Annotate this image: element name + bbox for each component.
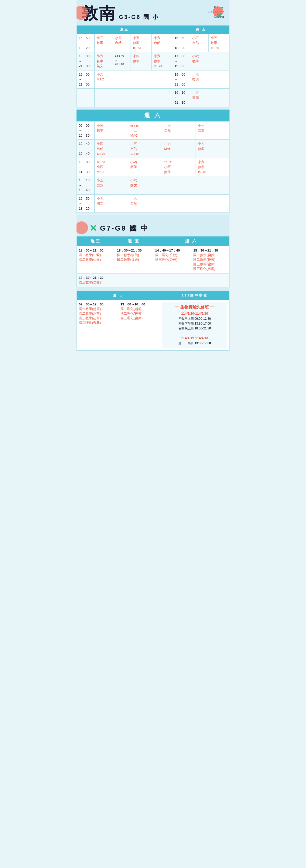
sunday-time1: 09：00～12：00 xyxy=(79,302,116,307)
g7g9-x-icon: ✕ xyxy=(89,223,97,234)
jhs-sat2-cell: 18：30～21：30 國一數學(復興)國二數學(復興)國三數學(復興)國三理化… xyxy=(191,246,230,274)
course-cell: 小六自然 xyxy=(128,194,162,213)
sunday-courses1: 國一數學(超前)國二數學(超前)國三數學(超前)國二理化(復興) xyxy=(79,307,116,325)
jhs-wed-header: 週三 xyxy=(77,237,115,246)
sunday-header: 週 日 xyxy=(77,291,160,300)
time-cell xyxy=(77,89,95,107)
title-sub: G3-G6 國 小 xyxy=(119,13,159,21)
jhs-time: 18：30～21：30 xyxy=(117,248,151,253)
course-cell: 小六國文 xyxy=(128,176,162,194)
time-cell: 16：50～18：20 xyxy=(77,194,95,213)
time-cell: 16：50～18：20 xyxy=(172,34,190,52)
course-cell: 小六MAC xyxy=(162,140,196,158)
time-cell: 18：40～20：10 xyxy=(113,52,131,70)
winter-camp-title: 一 生物實驗先修班 一 xyxy=(165,305,225,310)
jhs-table: 週三 週 五 週 六 18：00～21：00 國一數學(仁愛)國二數學(仁愛) … xyxy=(76,236,230,287)
course-cell: 小六復興 xyxy=(190,70,230,89)
course-cell xyxy=(162,194,230,213)
sunday-courses2: 國二理化(超前)國二理化(復興)國三理化(復興) xyxy=(121,307,158,320)
sunday-afternoon-cell: 13：00～16：00 國二理化(超前)國二理化(復興)國三理化(復興) xyxy=(118,300,160,351)
course-cell: 12：30 小五數學 xyxy=(162,158,196,176)
time-cell: 17：00～19：00 xyxy=(172,52,190,70)
table-row: 16：50～18：20 小三數學 小四自然 小五數學 18：50 小六自然 16… xyxy=(77,34,230,52)
sat-table: 09：00～10：30 小三數學 08：30 小五MAC 小六自然 小六國文 xyxy=(76,121,230,213)
jhs-sat2-cell2 xyxy=(191,274,230,287)
time-cell: 16：50～18：20 xyxy=(77,34,95,52)
decorative-x-icon: ✕ xyxy=(215,11,222,21)
table-row: 09：00～10：30 小三數學 08：30 小五MAC 小六自然 小六國文 xyxy=(77,121,230,140)
course-cell: 08：30 小五MAC xyxy=(128,121,162,140)
winter-camp-content: 一 生物實驗先修班 一 114/1/20-114/2/10 密集早上班 09:0… xyxy=(162,302,227,348)
time-cell: 18：30～21：00 xyxy=(77,52,95,70)
course-cell: 小五自然 12：10 xyxy=(128,140,162,158)
time-cell: 19：00～21：00 xyxy=(172,70,190,89)
course-cell: 小五數學 18：50 xyxy=(209,34,230,52)
jhs-sat1-cell: 14：40～17：40 國二理化(公校)國三理化(公校) xyxy=(153,246,191,274)
sunday-morning-cell: 09：00～12：00 國一數學(超前)國二數學(超前)國三數學(超前)國二理化… xyxy=(77,300,118,351)
jhs-course: 國一數學(復興)國二數學(復興) xyxy=(117,253,151,262)
sunday-header-row: 週 日 113國中寒假 xyxy=(77,291,230,300)
table-row: 18：30～21：30 國三數學(仁愛) xyxy=(77,274,230,287)
jhs-course: 國三數學(仁愛) xyxy=(79,280,113,285)
course-cell xyxy=(95,89,172,107)
spacer xyxy=(76,107,230,110)
sunday-header-table: 週 日 113國中寒假 09：00～12：00 國一數學(超前)國二數學(超前)… xyxy=(76,291,230,351)
header-left: 敦南 G3-G6 國 小 xyxy=(81,5,159,22)
sunday-content-row: 09：00～12：00 國一數學(超前)國二數學(超前)國三數學(超前)國二理化… xyxy=(77,300,230,351)
spacer xyxy=(76,215,230,219)
g3g6-section: 週三 週 五 16：50～18：20 小三數學 小四自然 小五數學 18 xyxy=(76,25,230,213)
jhs-fri-header: 週 五 xyxy=(115,237,153,246)
jhs-fri-cell: 18：30～21：30 國一數學(復興)國二數學(復興) xyxy=(115,246,153,274)
jhs-wed-cell2: 18：30～21：30 國三數學(仁愛) xyxy=(77,274,115,287)
course-cell xyxy=(162,176,230,194)
time-cell: 19：10～21：10 xyxy=(172,89,190,107)
winter-camp-sessions: 密集早上班 09:00-12:30 密集下午班 13:30-17:00 密集晚上… xyxy=(165,316,225,331)
g7g9-circle xyxy=(76,221,88,234)
course-cell: 小五數學 xyxy=(190,89,230,107)
jhs-time: 18：30～21：30 xyxy=(79,276,113,280)
time-cell: 13：00～14：30 xyxy=(77,158,95,176)
jhs-sat1-cell2 xyxy=(153,274,191,287)
jhs-course: 國一數學(復興)國二數學(復興)國三數學(復興)國三理化(科學) xyxy=(193,253,227,271)
winter-camp-date2: 114/1/19-114/4/13 xyxy=(165,336,225,340)
fri-header: 週 五 xyxy=(172,26,230,34)
jhs-time: 14：40～17：40 xyxy=(155,248,189,253)
course-cell: 12：30 小四MAC xyxy=(95,158,128,176)
jhs-wed-cell: 18：00～21：00 國一數學(仁愛)國二數學(仁愛) xyxy=(77,246,115,274)
table-row: 13：00～14：30 12：30 小四MAC 小四數學 12：30 小五數學 … xyxy=(77,158,230,176)
course-cell: 小六國文 xyxy=(196,121,229,140)
header-right: GlobalEducationCenter ✕ xyxy=(208,5,225,19)
course-cell: 小四自然 xyxy=(113,34,131,52)
course-cell: 小六自然 xyxy=(162,121,196,140)
course-cell: 小六私中英文 xyxy=(95,52,113,70)
sunday-time2: 13：00～16：00 xyxy=(121,302,158,307)
jhs-course: 國二理化(公校)國三理化(公校) xyxy=(155,253,189,262)
jhs-sat-header: 週 六 xyxy=(153,237,230,246)
winter-camp-cell: 一 生物實驗先修班 一 114/1/20-114/2/10 密集早上班 09:0… xyxy=(160,300,229,351)
table-row: 10：40～12：40 小四自然 12：10 小五自然 12：10 小六MAC … xyxy=(77,140,230,158)
table-row: 15：10～16：40 小五自然 小六國文 xyxy=(77,176,230,194)
course-cell: 小六數學 xyxy=(196,140,229,158)
course-cell: 小三自然 xyxy=(190,34,209,52)
table-row: 16：50～18：20 小五國文 小六自然 xyxy=(77,194,230,213)
course-cell: 小六自然 xyxy=(151,34,172,52)
course-cell: 小六數學 xyxy=(190,52,230,70)
table-row: 19：00～21：00 小六MAC 19：00～21：00 小六復興 xyxy=(77,70,230,89)
g7g9-title: G7-G9 國 中 xyxy=(100,223,149,233)
table-row: 18：00～21：00 國一數學(仁愛)國二數學(仁愛) 18：30～21：30… xyxy=(77,246,230,274)
table-row: 18：30～21：00 小六私中英文 18：40～20：10 小四數學 小六數學… xyxy=(77,52,230,70)
sunday-section: 週 日 113國中寒假 09：00～12：00 國一數學(超前)國二數學(超前)… xyxy=(76,291,230,351)
course-cell: 小三數學 xyxy=(95,34,113,52)
winter-header: 113國中寒假 xyxy=(160,291,229,300)
wed-fri-table: 週三 週 五 16：50～18：20 小三數學 小四自然 小五數學 18 xyxy=(76,25,230,107)
course-cell: 小六數學 20：40 xyxy=(151,52,172,70)
g7g9-header: ✕ G7-G9 國 中 xyxy=(76,219,230,236)
spacer xyxy=(76,287,230,291)
course-cell: 小五自然 xyxy=(95,176,128,194)
header: 敦南 G3-G6 國 小 GlobalEducationCenter ✕ xyxy=(76,0,230,25)
time-cell: 15：10～16：40 xyxy=(77,176,95,194)
time-cell: 19：00～21：00 xyxy=(77,70,95,89)
sat-section-header: 週 六 xyxy=(76,110,230,121)
course-cell: 小四數學 xyxy=(131,52,151,70)
jhs-time: 18：00～21：00 xyxy=(79,248,113,253)
